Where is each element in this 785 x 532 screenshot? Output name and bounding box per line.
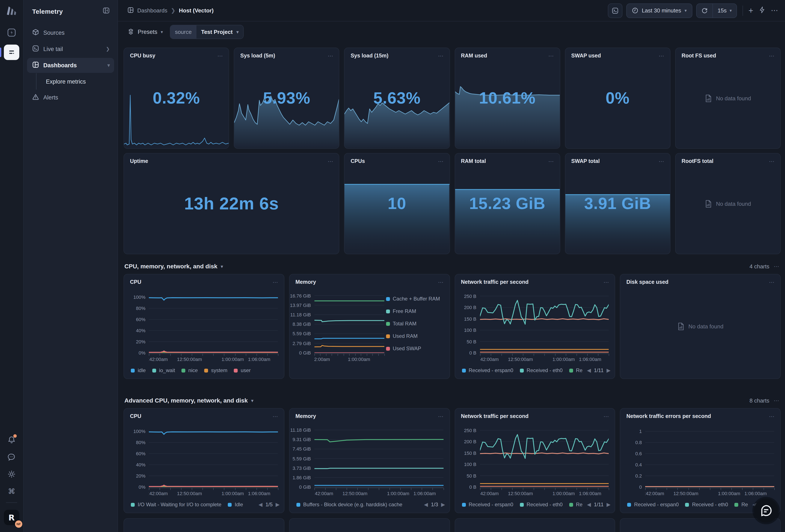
pagination-prev-icon[interactable]: ◀ xyxy=(258,502,262,508)
more-options-button[interactable]: ⋯ xyxy=(769,53,775,58)
legend-pagination: ◀1/3▶ xyxy=(424,502,445,508)
legend-item[interactable]: Received - eth0 xyxy=(520,367,563,373)
legend-item[interactable]: Idle xyxy=(228,502,243,508)
legend-item[interactable]: Received - erspan0 xyxy=(462,367,513,373)
legend-label: idle xyxy=(138,367,146,373)
more-options-button[interactable]: ⋯ xyxy=(548,158,554,164)
more-options-button[interactable]: ⋯ xyxy=(604,414,610,419)
more-options-button[interactable]: ⋯ xyxy=(659,158,665,164)
legend-item[interactable]: Received - lo xyxy=(735,502,748,508)
pagination-next-icon[interactable]: ▶ xyxy=(607,502,610,508)
no-data-message: No data found xyxy=(676,154,780,254)
more-options-button[interactable]: ⋯ xyxy=(769,158,775,164)
more-options-button[interactable]: ⋯ xyxy=(548,53,554,58)
chart-header: CPU⋯ xyxy=(130,279,279,285)
more-options-button[interactable]: ⋯ xyxy=(273,414,279,419)
section-more-options[interactable]: ⋯ xyxy=(774,398,780,403)
chart-canvas[interactable] xyxy=(314,295,384,353)
legend-item[interactable]: Received - lo xyxy=(569,502,583,508)
legend-item[interactable]: Used SWAP xyxy=(386,346,445,351)
sidebar-item-dashboards[interactable]: Dashboards ▾ xyxy=(27,58,114,73)
more-options-button[interactable]: ⋯ xyxy=(604,279,610,285)
more-options-button[interactable]: ⋯ xyxy=(769,279,775,285)
source-filter[interactable]: source Test Project ▾ xyxy=(170,25,244,39)
more-options-button[interactable]: ⋯ xyxy=(771,7,778,14)
presets-dropdown[interactable]: Presets ▾ xyxy=(127,28,163,35)
legend-item[interactable]: Received - erspan0 xyxy=(462,502,513,508)
legend-item[interactable]: Total RAM xyxy=(386,321,445,327)
chart-canvas[interactable] xyxy=(480,429,609,487)
theme-toggle-sun-icon[interactable] xyxy=(7,470,16,480)
pagination-prev-icon[interactable]: ◀ xyxy=(424,502,428,508)
legend-item[interactable]: system xyxy=(204,367,227,373)
feedback-chat-icon[interactable] xyxy=(7,453,16,463)
add-panel-button[interactable]: + xyxy=(749,6,753,15)
chart-canvas[interactable] xyxy=(149,295,278,353)
more-options-button[interactable]: ⋯ xyxy=(328,158,334,164)
legend-color-chip xyxy=(685,503,689,506)
legend-item[interactable]: Buffers - Block device (e.g. harddisk) c… xyxy=(297,502,402,508)
user-avatar[interactable]: R NF xyxy=(4,510,19,525)
time-range-selector[interactable]: Last 30 minutes ▾ xyxy=(626,3,692,18)
x-axis-labels: 12:42:00am12:50:00am1:00:00am1:06:00am xyxy=(149,491,278,497)
quick-actions-lightning-icon[interactable] xyxy=(759,6,765,15)
chat-widget-button[interactable] xyxy=(754,499,778,523)
legend-item[interactable]: idle xyxy=(131,367,146,373)
chart-stub xyxy=(124,518,284,532)
notifications-bell-icon[interactable] xyxy=(7,435,16,446)
legend-item[interactable]: Received - lo xyxy=(569,367,583,373)
legend-item[interactable]: Received - erspan0 xyxy=(627,502,679,508)
more-options-button[interactable]: ⋯ xyxy=(273,279,279,285)
section-title[interactable]: Advanced CPU, memory, network, and disk … xyxy=(124,397,253,404)
refresh-button[interactable] xyxy=(697,4,712,17)
legend-item[interactable]: nice xyxy=(181,367,198,373)
chart-canvas[interactable] xyxy=(645,429,775,487)
pagination-next-icon[interactable]: ▶ xyxy=(276,502,279,508)
chart-canvas[interactable] xyxy=(149,429,278,487)
x-axis-labels: 12:42:00am12:50:00am1:00:00am1:06:00am xyxy=(314,491,444,497)
legend-item[interactable]: Cache + Buffer RAM xyxy=(386,296,445,302)
sidebar-item-alerts[interactable]: Alerts xyxy=(27,90,114,105)
section-title[interactable]: CPU, memory, network, and disk ▾ xyxy=(124,263,223,270)
collapse-sidebar-icon[interactable] xyxy=(103,7,110,16)
more-options-button[interactable]: ⋯ xyxy=(438,53,444,58)
legend-label: Received - lo xyxy=(576,502,583,508)
pagination-next-icon[interactable]: ▶ xyxy=(607,367,610,373)
more-options-button[interactable]: ⋯ xyxy=(659,53,665,58)
legend-item[interactable]: Used RAM xyxy=(386,333,445,339)
more-options-button[interactable]: ⋯ xyxy=(438,158,444,164)
quickstart-nav-icon[interactable] xyxy=(4,25,19,40)
sidebar-item-explore-metrics[interactable]: Explore metrics xyxy=(27,74,114,89)
more-options-button[interactable]: ⋯ xyxy=(438,279,444,285)
legend-item[interactable]: Free RAM xyxy=(386,308,445,314)
legend-item[interactable]: io_wait xyxy=(152,367,175,373)
breadcrumb-root[interactable]: Dashboards xyxy=(137,7,167,14)
chart-panel: Disk space used⋯No data found xyxy=(620,274,781,379)
pagination-next-icon[interactable]: ▶ xyxy=(441,502,445,508)
sidebar-item-live-tail[interactable]: Live tail ❯ xyxy=(27,42,114,57)
more-options-button[interactable]: ⋯ xyxy=(217,53,224,58)
shortcuts-command-icon[interactable]: ⌘ xyxy=(8,487,15,496)
pagination-prev-icon[interactable]: ◀ xyxy=(587,502,591,508)
stat-card-title: Sys load (15m) xyxy=(351,53,388,59)
legend-item[interactable]: user xyxy=(234,367,251,373)
legend-label: Cache + Buffer RAM xyxy=(393,296,440,302)
section-more-options[interactable]: ⋯ xyxy=(774,263,780,269)
refresh-interval-selector[interactable]: 15s ▾ xyxy=(713,4,736,17)
chart-canvas[interactable] xyxy=(314,429,444,487)
legend-item[interactable]: Received - eth0 xyxy=(520,502,563,508)
panel-view-button[interactable] xyxy=(608,3,623,18)
app-logo-icon[interactable] xyxy=(6,6,17,17)
stat-card-title: Root FS used xyxy=(682,53,716,59)
more-options-button[interactable]: ⋯ xyxy=(328,53,334,58)
legend-item[interactable]: I/O Wait - Waiting for I/O to complete xyxy=(131,502,221,508)
chart-title: Disk space used xyxy=(627,279,668,285)
more-options-button[interactable]: ⋯ xyxy=(438,414,444,419)
more-options-button[interactable]: ⋯ xyxy=(769,414,775,419)
sidebar-item-sources[interactable]: Sources xyxy=(27,25,114,40)
legend-items: Received - erspan0Received - eth0Receive… xyxy=(462,502,583,508)
legend-item[interactable]: Received - eth0 xyxy=(685,502,728,508)
pagination-prev-icon[interactable]: ◀ xyxy=(587,367,591,373)
chart-canvas[interactable] xyxy=(480,295,609,353)
telemetry-nav-icon[interactable] xyxy=(4,45,19,60)
